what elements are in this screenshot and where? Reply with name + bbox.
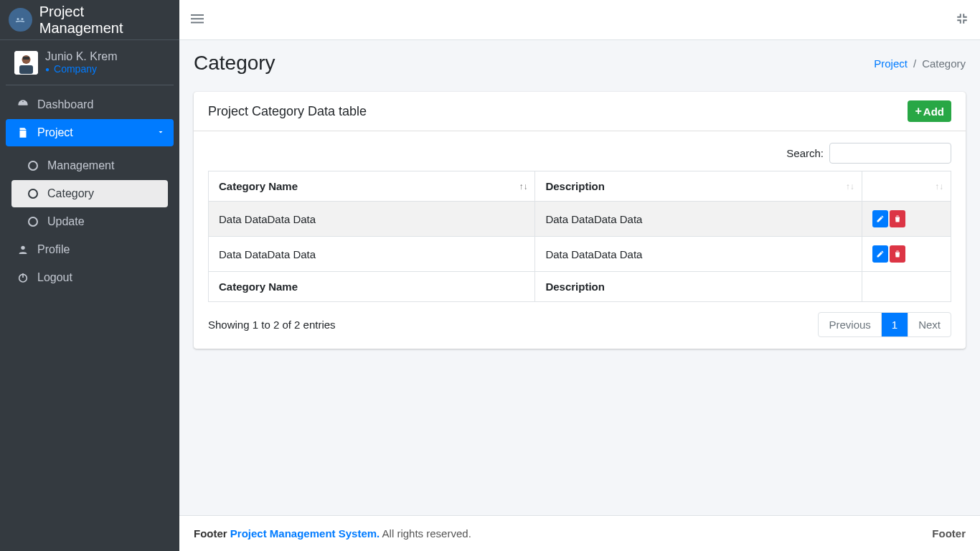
page-prev[interactable]: Previous: [819, 313, 881, 336]
menu-toggle-icon[interactable]: [191, 12, 204, 28]
delete-button[interactable]: [890, 210, 905, 227]
nav-sub-management-label: Management: [47, 159, 114, 172]
nav-project-sub: Management Category Update: [6, 152, 174, 235]
nav-logout-label: Logout: [37, 271, 72, 284]
footer-left: Footer Project Management System. All ri…: [194, 527, 471, 540]
svg-rect-10: [191, 14, 204, 16]
svg-point-2: [22, 18, 24, 20]
tf-actions: [862, 272, 951, 302]
breadcrumb-current: Category: [908, 57, 966, 70]
table-row: Data DataData Data Data DataData Data: [209, 237, 951, 272]
breadcrumb: Project Category: [874, 57, 966, 70]
th-actions[interactable]: ↑↓: [862, 171, 951, 202]
datatable-footer: Showing 1 to 2 of 2 entries Previous 1 N…: [208, 312, 951, 337]
tf-name: Category Name: [209, 272, 535, 302]
nav-sub-category[interactable]: Category: [11, 180, 168, 207]
cell-name: Data DataData Data: [209, 237, 535, 272]
search-input[interactable]: [829, 143, 951, 164]
project-icon: [14, 126, 32, 139]
fullscreen-collapse-icon[interactable]: [956, 12, 969, 28]
svg-rect-5: [19, 65, 33, 74]
nav-dashboard[interactable]: Dashboard: [6, 91, 174, 118]
nav-sub-management[interactable]: Management: [11, 152, 168, 179]
datatable-toolbar: Search:: [208, 143, 951, 164]
nav-project[interactable]: Project: [6, 119, 174, 146]
page-next[interactable]: Next: [908, 313, 951, 336]
add-button[interactable]: +Add: [908, 100, 951, 122]
user-name: Junio K. Krem: [45, 50, 117, 63]
card-header: Project Category Data table +Add: [194, 92, 966, 131]
card-title: Project Category Data table: [208, 104, 367, 119]
pagination: Previous 1 Next: [818, 312, 951, 337]
nav-sub-update[interactable]: Update: [11, 208, 168, 235]
brand-title: Project Management: [39, 4, 171, 37]
sidebar: Project Management Junio K. Krem Company…: [0, 0, 179, 551]
brand[interactable]: Project Management: [0, 0, 179, 40]
th-desc[interactable]: Description↑↓: [535, 171, 862, 202]
footer: Footer Project Management System. All ri…: [179, 515, 980, 551]
cell-desc: Data DataData Data: [535, 237, 862, 272]
page-1[interactable]: 1: [882, 313, 908, 336]
power-icon: [14, 272, 32, 283]
edit-button[interactable]: [872, 210, 888, 227]
cell-desc: Data DataData Data: [535, 202, 862, 237]
brand-logo-icon: [9, 8, 32, 32]
sort-icon: ↑↓: [935, 182, 943, 192]
sort-icon: ↑↓: [846, 182, 854, 192]
nav-sub-category-label: Category: [47, 187, 94, 200]
nav-profile-label: Profile: [37, 243, 70, 256]
topbar: [179, 0, 980, 40]
circle-icon: [24, 217, 42, 227]
svg-rect-12: [191, 22, 204, 23]
chevron-down-icon: [156, 126, 165, 139]
breadcrumb-project[interactable]: Project: [874, 57, 908, 70]
page-title: Category: [194, 52, 275, 75]
add-button-label: Add: [923, 105, 944, 118]
circle-icon: [24, 161, 42, 171]
delete-button[interactable]: [890, 245, 905, 263]
cell-name: Data DataData Data: [209, 202, 535, 237]
svg-point-0: [14, 14, 27, 26]
nav-project-label: Project: [37, 126, 73, 139]
user-icon: [14, 244, 32, 255]
svg-rect-11: [191, 18, 204, 19]
dashboard-icon: [14, 98, 32, 111]
footer-prefix: Footer: [194, 527, 230, 540]
footer-right: Footer: [932, 527, 966, 540]
table-info: Showing 1 to 2 of 2 entries: [208, 319, 336, 331]
nav-logout[interactable]: Logout: [6, 264, 174, 291]
tf-desc: Description: [535, 272, 862, 302]
svg-rect-6: [23, 57, 29, 60]
data-table: Category Name↑↓ Description↑↓ ↑↓ Data Da…: [208, 171, 951, 302]
nav-profile[interactable]: Profile: [6, 236, 174, 263]
sort-asc-icon: ↑↓: [519, 182, 527, 192]
nav-dashboard-label: Dashboard: [37, 98, 93, 111]
search-label: Search:: [786, 147, 824, 159]
user-panel: Junio K. Krem Company: [6, 40, 174, 85]
nav: Dashboard Project Management: [0, 91, 179, 292]
circle-icon: [24, 189, 42, 199]
avatar: [14, 51, 38, 75]
plus-icon: +: [915, 105, 921, 118]
table-row: Data DataData Data Data DataData Data: [209, 202, 951, 237]
footer-link[interactable]: Project Management System.: [230, 527, 380, 540]
svg-point-7: [21, 246, 24, 250]
footer-suffix: All rights reserved.: [380, 527, 471, 540]
svg-point-1: [17, 18, 19, 20]
edit-button[interactable]: [872, 245, 888, 263]
main-content: Category Project Category Project Catego…: [179, 0, 980, 551]
user-company[interactable]: Company: [45, 63, 117, 75]
card: Project Category Data table +Add Search:…: [194, 92, 966, 349]
content-header: Category Project Category: [179, 40, 980, 80]
nav-sub-update-label: Update: [47, 215, 85, 228]
th-name[interactable]: Category Name↑↓: [209, 171, 535, 202]
